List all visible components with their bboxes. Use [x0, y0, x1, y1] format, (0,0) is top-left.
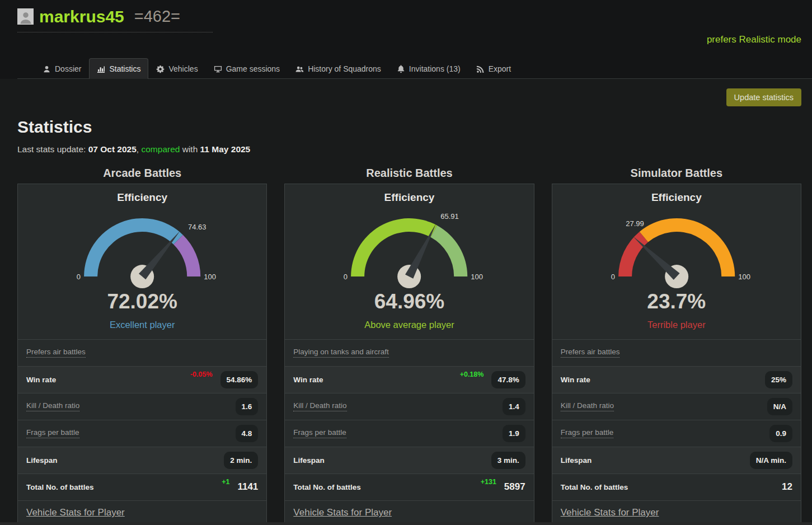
- gauge-title: Efficiency: [18, 184, 266, 204]
- stat-value-wrap: N/A min.: [750, 452, 792, 469]
- tab-label: Statistics: [109, 64, 140, 73]
- rss-icon: [476, 65, 485, 73]
- vehicle-stats-row: Vehicle Stats for Player: [285, 500, 533, 525]
- bottom-strip: [0, 522, 812, 525]
- efficiency-value: 23.7%: [552, 290, 801, 314]
- stat-label-link[interactable]: Kill / Death ratio: [26, 401, 79, 411]
- stat-label: Win rate: [561, 376, 590, 384]
- gauge-title: Efficiency: [285, 184, 533, 204]
- stat-value-wrap: +0.18% 47.8%: [460, 371, 525, 388]
- stat-row-lifespan: Lifespan 3 min.: [285, 447, 533, 474]
- page-header: markrus45 =462= prefers Realistic mode D…: [0, 0, 812, 79]
- stat-value-wrap: 12: [774, 481, 792, 493]
- panel-title: Simulator Battles: [552, 167, 801, 180]
- stat-delta: +1: [222, 478, 229, 486]
- preference-row: Playing on tanks and aircraft: [285, 339, 533, 366]
- preference-link[interactable]: Prefers air battles: [561, 348, 620, 358]
- battle-mode-panel: Arcade Battles Efficiency 010074.63 72.0…: [17, 167, 267, 525]
- stat-value-badge: 1.4: [503, 398, 525, 415]
- stat-value: 5897: [504, 481, 525, 493]
- stat-row-lifespan: Lifespan N/A min.: [552, 447, 801, 474]
- bell-icon: [397, 65, 405, 73]
- efficiency-gauge: 010027.99: [552, 207, 801, 290]
- stat-value-badge: 0.9: [769, 425, 792, 442]
- gauge-max-label: 100: [204, 273, 216, 281]
- update-statistics-button[interactable]: Update statistics: [726, 88, 801, 106]
- stat-value-wrap: 1.9: [503, 425, 525, 442]
- gauge-arc-high: [639, 218, 734, 276]
- tab-invitations[interactable]: Invitations (13): [389, 58, 468, 79]
- preference-link[interactable]: Prefers air battles: [26, 348, 86, 358]
- users-icon: [295, 65, 304, 73]
- stat-row-total-battles: Total No. of battles +131 5897: [285, 474, 533, 500]
- stat-label: Lifespan: [293, 456, 325, 465]
- clan-tag[interactable]: =462=: [134, 8, 180, 26]
- stat-value-wrap: +1 1141: [222, 481, 258, 493]
- stat-row-win-rate: Win rate -0.05% 54.86%: [18, 366, 266, 393]
- tab-label: Invitations (13): [409, 64, 461, 73]
- tab-bar: Dossier Statistics Vehicles Game session…: [17, 58, 812, 79]
- stat-row-frags-per-battle: Frags per battle 0.9: [552, 420, 801, 447]
- stat-value-badge: 54.86%: [220, 371, 259, 388]
- gauge-threshold-label: 65.91: [441, 212, 459, 221]
- stat-label-link[interactable]: Frags per battle: [561, 428, 614, 438]
- stat-label-link[interactable]: Frags per battle: [26, 428, 79, 438]
- tab-dossier[interactable]: Dossier: [35, 58, 89, 79]
- page-title: Statistics: [17, 118, 801, 137]
- battle-mode-panel: Realistic Battles Efficiency 010065.91 6…: [284, 167, 534, 525]
- stat-value-wrap: 2 min.: [224, 452, 258, 469]
- tab-label: Game sessions: [226, 64, 280, 73]
- player-rating: Excellent player: [18, 320, 266, 330]
- tab-game-sessions[interactable]: Game sessions: [206, 58, 288, 79]
- player-rating: Above average player: [285, 320, 533, 330]
- stat-label: Win rate: [293, 376, 323, 384]
- bar-chart-icon: [97, 65, 105, 73]
- stat-value-badge: 3 min.: [491, 452, 525, 469]
- stat-row-total-battles: Total No. of battles 12: [552, 474, 801, 500]
- panel-box: Efficiency 010074.63 72.02% Excellent pl…: [17, 184, 267, 525]
- stat-value-wrap: -0.05% 54.86%: [190, 371, 258, 388]
- tab-export[interactable]: Export: [468, 58, 519, 79]
- gauge-needle: [139, 231, 180, 279]
- vehicle-stats-link[interactable]: Vehicle Stats for Player: [26, 507, 125, 518]
- tab-statistics[interactable]: Statistics: [89, 58, 148, 79]
- stat-value-badge: N/A min.: [750, 452, 792, 469]
- gauge-arc-low: [618, 232, 648, 276]
- stat-value: 1141: [237, 481, 258, 493]
- tab-history-of-squadrons[interactable]: History of Squadrons: [288, 58, 389, 79]
- tab-label: History of Squadrons: [308, 64, 381, 73]
- vehicle-stats-link[interactable]: Vehicle Stats for Player: [293, 507, 392, 518]
- gear-icon: [156, 65, 165, 73]
- gauge-threshold-label: 74.63: [188, 223, 206, 231]
- tab-vehicles[interactable]: Vehicles: [148, 58, 205, 79]
- stat-value-badge: N/A: [767, 398, 792, 415]
- stat-label-link[interactable]: Frags per battle: [293, 428, 346, 438]
- stat-label-link[interactable]: Kill / Death ratio: [293, 401, 346, 411]
- stat-label: Lifespan: [561, 456, 592, 465]
- gauge-min-label: 0: [77, 273, 81, 281]
- stat-label: Win rate: [26, 376, 56, 384]
- stat-label: Total No. of battles: [293, 483, 361, 491]
- efficiency-value: 64.96%: [285, 290, 533, 314]
- efficiency-gauge: 010074.63: [18, 207, 266, 290]
- gauge-arc-high: [173, 235, 200, 276]
- preference-link[interactable]: Playing on tanks and aircraft: [293, 348, 388, 358]
- vehicle-stats-row: Vehicle Stats for Player: [552, 500, 801, 525]
- stat-table: Prefers air battles Win rate 25% Kill / …: [552, 339, 801, 525]
- stat-delta: +0.18%: [460, 371, 484, 378]
- stat-row-frags-per-battle: Frags per battle 1.9: [285, 420, 533, 447]
- stat-label: Lifespan: [26, 456, 58, 465]
- gauge-arc-high: [431, 226, 468, 276]
- panel-title: Arcade Battles: [17, 167, 267, 180]
- stat-value-badge: 25%: [765, 371, 792, 388]
- prefers-mode-note: prefers Realistic mode: [707, 34, 801, 45]
- vehicle-stats-link[interactable]: Vehicle Stats for Player: [561, 507, 659, 518]
- battle-mode-panel: Simulator Battles Efficiency 010027.99 2…: [552, 167, 801, 525]
- stat-delta: -0.05%: [190, 371, 213, 378]
- stat-label-link[interactable]: Kill / Death ratio: [561, 401, 614, 411]
- stat-table: Playing on tanks and aircraft Win rate +…: [285, 339, 533, 525]
- compared-link[interactable]: compared: [141, 144, 180, 154]
- stat-value-wrap: 3 min.: [491, 452, 525, 469]
- username: markrus45: [39, 7, 124, 26]
- with-text: with: [180, 144, 200, 154]
